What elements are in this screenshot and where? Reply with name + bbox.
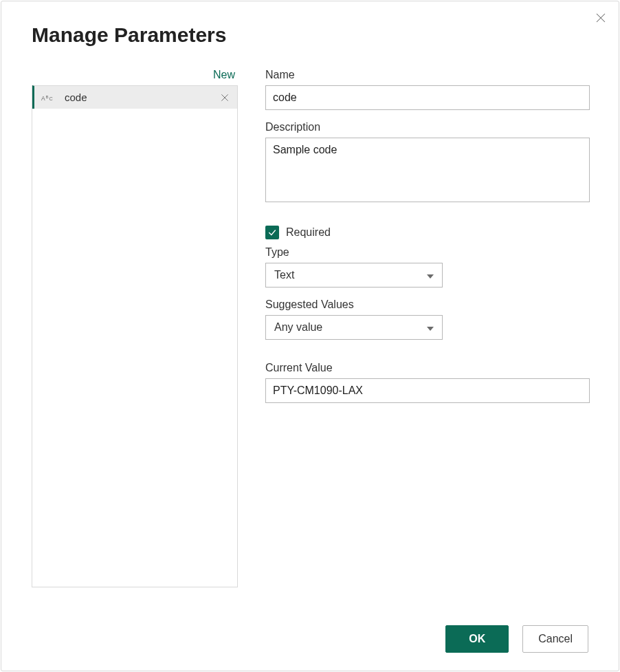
parameter-list: A B C code bbox=[32, 85, 238, 587]
name-input[interactable] bbox=[265, 85, 590, 110]
suggested-values-label: Suggested Values bbox=[265, 299, 590, 311]
type-select-value: Text bbox=[274, 269, 294, 281]
current-value-input[interactable] bbox=[265, 378, 590, 403]
ok-button[interactable]: OK bbox=[445, 625, 509, 653]
delete-parameter-icon[interactable] bbox=[218, 91, 232, 105]
close-icon[interactable] bbox=[593, 10, 609, 26]
svg-text:B: B bbox=[46, 95, 49, 99]
dialog-footer: OK Cancel bbox=[445, 625, 588, 653]
chevron-down-icon bbox=[427, 269, 434, 281]
parameter-form: Name Description Required Type Text Sugg… bbox=[265, 65, 590, 587]
current-value-label: Current Value bbox=[265, 362, 590, 374]
required-checkbox[interactable] bbox=[265, 226, 279, 239]
required-label: Required bbox=[286, 226, 331, 239]
cancel-button[interactable]: Cancel bbox=[522, 625, 588, 653]
description-input[interactable] bbox=[265, 138, 590, 202]
parameter-list-panel: New A B C code bbox=[32, 65, 238, 587]
type-label: Type bbox=[265, 246, 590, 259]
svg-text:A: A bbox=[41, 94, 45, 101]
suggested-values-select[interactable]: Any value bbox=[265, 315, 443, 340]
suggested-values-select-value: Any value bbox=[274, 321, 322, 334]
text-type-icon: A B C bbox=[41, 91, 58, 105]
type-select[interactable]: Text bbox=[265, 263, 443, 288]
parameter-list-item[interactable]: A B C code bbox=[32, 85, 237, 109]
dialog-body: New A B C code bbox=[32, 65, 590, 587]
dialog-title: Manage Parameters bbox=[32, 23, 226, 47]
required-row: Required bbox=[265, 226, 590, 239]
chevron-down-icon bbox=[427, 321, 434, 334]
parameter-name-label: code bbox=[65, 91, 211, 103]
description-label: Description bbox=[265, 121, 590, 133]
new-parameter-link[interactable]: New bbox=[213, 69, 235, 81]
name-label: Name bbox=[265, 69, 590, 81]
new-row: New bbox=[32, 65, 238, 85]
manage-parameters-dialog: Manage Parameters New A B C code bbox=[1, 1, 619, 671]
svg-text:C: C bbox=[49, 96, 52, 102]
